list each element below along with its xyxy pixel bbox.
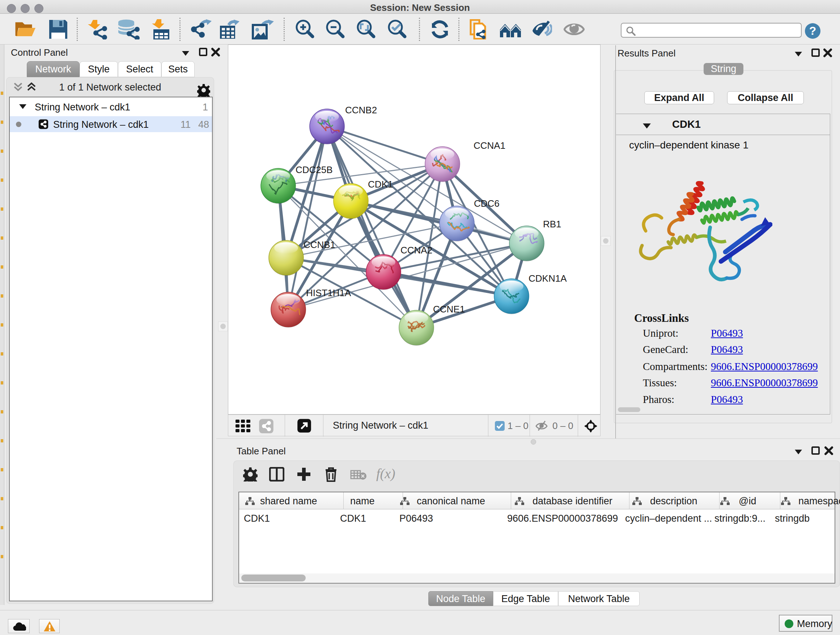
svg-text:CDC25B: CDC25B [295, 165, 333, 175]
svg-text:CDKN1A: CDKN1A [529, 273, 567, 284]
svg-text:CCNA1: CCNA1 [474, 140, 505, 151]
svg-text:CDK1: CDK1 [368, 179, 393, 190]
svg-text:CCNA2: CCNA2 [401, 245, 432, 256]
svg-text:CCNB2: CCNB2 [345, 105, 377, 116]
svg-text:RB1: RB1 [543, 219, 561, 230]
svg-text:HIST1H1A: HIST1H1A [306, 287, 351, 298]
svg-text:CDC6: CDC6 [474, 198, 500, 209]
svg-text:CCNB1: CCNB1 [303, 239, 335, 250]
svg-text:CCNE1: CCNE1 [433, 304, 465, 315]
